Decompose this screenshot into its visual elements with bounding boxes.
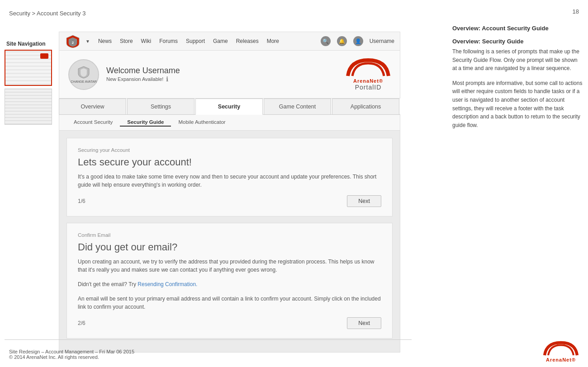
card2-body1: Upon creating an account, we try to veri…: [78, 258, 381, 274]
gw2-logo: 2: [65, 34, 81, 48]
welcome-text: Welcome Username: [106, 66, 180, 75]
nav-link-more[interactable]: More: [267, 38, 279, 44]
footer-arenanet-arch-icon: [543, 341, 579, 357]
card1-counter: 1/6: [78, 198, 85, 204]
nav-link-releases[interactable]: Releases: [236, 38, 259, 44]
avatar-shield-icon: [76, 66, 92, 79]
card2-title: Did you get our email?: [78, 241, 381, 253]
profile-left: CHANGE AVATAR Welcome Username New Expan…: [68, 59, 180, 90]
content-area: Securing your Account Lets secure your a…: [59, 131, 400, 353]
sub-tab-account-security[interactable]: Account Security: [66, 118, 120, 127]
tab-security[interactable]: Security: [195, 99, 263, 115]
right-panel: Overview: Account Security Guide Overvie…: [452, 25, 583, 136]
footer-line1: Site Redesign – Account Management – Fri…: [9, 349, 134, 354]
tab-overview[interactable]: Overview: [59, 99, 126, 114]
tab-settings[interactable]: Settings: [127, 99, 194, 114]
card2-counter: 2/6: [78, 320, 85, 326]
arenanet-name: ArenaNet®: [353, 78, 383, 84]
sub-tab-security-guide[interactable]: Security Guide: [120, 118, 171, 127]
expansion-text: New Expansion Available!: [106, 76, 163, 82]
footer: Site Redesign – Account Management – Fri…: [9, 349, 134, 360]
nav-link-wiki[interactable]: Wiki: [141, 38, 152, 44]
nav-link-news[interactable]: News: [98, 38, 112, 44]
nav-dropdown-arrow[interactable]: ▼: [85, 39, 90, 44]
portal-id: PortalID: [355, 84, 382, 91]
svg-text:2: 2: [72, 41, 74, 45]
avatar[interactable]: CHANGE AVATAR: [68, 59, 99, 90]
card2-body3: An email will be sent to your primary em…: [78, 295, 381, 311]
card2-next-button[interactable]: Next: [347, 317, 381, 329]
nav-bar: 2 ▼ News Store Wiki Forums Support Game …: [59, 32, 400, 51]
nav-link-support[interactable]: Support: [186, 38, 205, 44]
search-icon[interactable]: 🔍: [321, 36, 331, 46]
card1-footer: 1/6 Next: [78, 195, 381, 207]
tabs-row: Overview Settings Security Game Content …: [59, 99, 400, 115]
arenanet-arch-icon: [346, 58, 391, 78]
nav-icons: 🔍 🔔 👤 Username: [321, 36, 394, 46]
nav-thumb-active[interactable]: [5, 50, 52, 86]
avatar-label: CHANGE AVATAR: [71, 80, 96, 83]
card1-title: Lets secure your account!: [78, 156, 381, 168]
guide-card-2: Confirm Email Did you get our email? Upo…: [66, 223, 393, 339]
gw2-shield-icon: 2: [65, 34, 81, 48]
guide-card-1: Securing your Account Lets secure your a…: [66, 138, 393, 216]
notification-icon[interactable]: 🔔: [337, 36, 347, 46]
arenanet-logo: ArenaNet® PortalID: [346, 58, 391, 91]
footer-divider: [5, 339, 412, 340]
nav-thumb-2-inner: [5, 89, 52, 124]
breadcrumb: Security > Account Security 3: [9, 10, 85, 17]
nav-link-forums[interactable]: Forums: [159, 38, 178, 44]
tab-applications[interactable]: Applications: [332, 99, 399, 114]
right-section-title: Overview: Security Guide: [452, 38, 583, 45]
nav-link-game[interactable]: Game: [213, 38, 228, 44]
resend-confirmation-link[interactable]: Resending Confirmation.: [138, 281, 197, 287]
footer-logo: ArenaNet®: [543, 341, 579, 362]
nav-thumb-2[interactable]: [5, 89, 52, 125]
expansion-icon: ℹ: [166, 75, 168, 83]
site-nav-label: Site Navigation: [5, 41, 57, 47]
card2-section-label: Confirm Email: [78, 232, 381, 238]
card2-body2-pre: Didn't get the email? Try: [78, 281, 138, 287]
sub-tab-mobile-auth[interactable]: Mobile Authenticator: [171, 118, 232, 127]
page-number: 18: [573, 8, 579, 15]
right-body-2: Most prompts are informative, but some c…: [452, 79, 583, 130]
profile-area: CHANGE AVATAR Welcome Username New Expan…: [59, 51, 400, 99]
user-icon[interactable]: 👤: [353, 36, 363, 46]
right-body-1: The following is a series of prompts tha…: [452, 47, 583, 73]
nav-link-store[interactable]: Store: [120, 38, 133, 44]
tab-game-content[interactable]: Game Content: [264, 99, 331, 114]
footer-line2: © 2014 ArenaNet Inc. All rights reserved…: [9, 354, 134, 360]
nav-thumb-inner: [5, 51, 51, 85]
card1-next-button[interactable]: Next: [347, 195, 381, 207]
main-content: 2 ▼ News Store Wiki Forums Support Game …: [59, 32, 400, 353]
card1-section-label: Securing your Account: [78, 147, 381, 153]
sub-tabs-row: Account Security Security Guide Mobile A…: [59, 115, 400, 131]
card1-body: It's a good idea to make take some time …: [78, 173, 381, 189]
card2-footer: 2/6 Next: [78, 317, 381, 329]
footer-arenanet-name: ArenaNet®: [546, 357, 576, 362]
nav-username: Username: [370, 38, 394, 44]
right-panel-title: Overview: Account Security Guide: [452, 25, 583, 32]
card2-resend-row: Didn't get the email? Try Resending Conf…: [78, 280, 381, 288]
left-sidebar: Site Navigation: [5, 41, 57, 127]
welcome-info: Welcome Username New Expansion Available…: [106, 66, 180, 83]
